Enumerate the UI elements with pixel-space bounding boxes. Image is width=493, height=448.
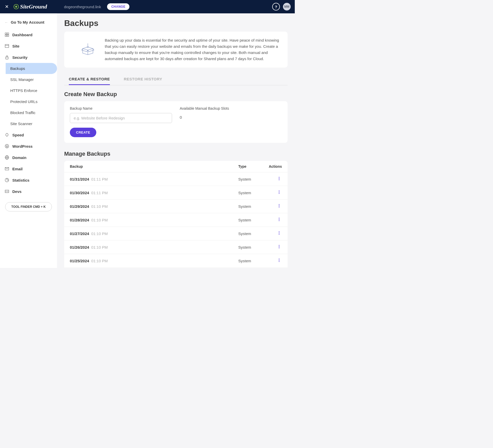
svg-rect-5: [7, 35, 9, 36]
topbar: ✕ SiteGround dogeontheground.link CHANGE…: [0, 0, 295, 13]
wordpress-icon: [5, 144, 9, 148]
sidebar-sub-backups[interactable]: Backups: [6, 63, 57, 74]
back-link-label: Go To My Account: [11, 20, 44, 24]
svg-point-27: [279, 219, 280, 220]
row-actions-menu[interactable]: [264, 190, 282, 195]
sidebar-sub-https-enforce[interactable]: HTTPS Enforce: [6, 85, 57, 96]
row-actions-menu[interactable]: [264, 217, 282, 222]
sidebar-item-security[interactable]: Security: [0, 52, 57, 63]
domain-text: dogeontheground.link: [64, 5, 101, 9]
tab-create-restore[interactable]: CREATE & RESTORE: [69, 74, 110, 85]
backup-date: 01/26/2024: [70, 245, 89, 249]
tabs: CREATE & RESTORE RESTORE HISTORY: [64, 74, 288, 85]
manage-section-title: Manage Backups: [64, 151, 288, 157]
arrow-left-icon: ←: [5, 20, 8, 24]
sidebar-sub-blocked-traffic[interactable]: Blocked Traffic: [6, 107, 57, 118]
backup-type: System: [238, 231, 264, 236]
sidebar-sub-ssl[interactable]: SSL Manager: [6, 74, 57, 85]
sidebar-sub-site-scanner[interactable]: Site Scanner: [6, 118, 57, 129]
svg-point-25: [279, 207, 280, 208]
backups-table: Backup Type Actions 01/31/2024 01:11 PMS…: [64, 161, 288, 268]
svg-point-18: [279, 178, 280, 179]
tool-finder-button[interactable]: TOOL FINDER CMD + K: [5, 202, 52, 211]
table-row: 01/25/2024 01:10 PMSystem: [64, 254, 288, 268]
col-header-actions: Actions: [264, 164, 282, 169]
svg-rect-3: [7, 33, 9, 34]
change-button[interactable]: CHANGE: [107, 3, 129, 10]
sidebar-item-devs[interactable]: Devs: [0, 186, 57, 197]
svg-point-26: [279, 218, 280, 219]
col-header-backup: Backup: [70, 164, 238, 169]
dots-vertical-icon: [277, 204, 281, 208]
sidebar-item-label: Statistics: [12, 178, 30, 182]
logo[interactable]: SiteGround: [13, 3, 47, 10]
backup-time: 01:10 PM: [90, 204, 108, 209]
backup-date: 01/28/2024: [70, 218, 89, 222]
page-title: Backups: [64, 18, 288, 28]
svg-point-29: [279, 231, 280, 232]
sidebar-item-domain[interactable]: Domain: [0, 152, 57, 163]
svg-point-36: [279, 260, 280, 261]
table-row: 01/24/2024 01:10 PMSystem: [64, 268, 288, 268]
backup-time: 01:10 PM: [90, 218, 108, 222]
backup-time: 01:10 PM: [90, 259, 108, 263]
svg-point-30: [279, 233, 280, 234]
sidebar-item-label: Devs: [12, 189, 22, 194]
sidebar-item-label: Security: [12, 55, 27, 60]
window-icon: [5, 44, 9, 48]
svg-rect-2: [5, 33, 7, 34]
sidebar-item-speed[interactable]: Speed: [0, 129, 57, 141]
backup-time: 01:10 PM: [90, 245, 108, 249]
backup-type: System: [238, 218, 264, 222]
help-icon[interactable]: ?: [272, 3, 280, 11]
logo-mark-icon: [13, 4, 19, 10]
sidebar-item-dashboard[interactable]: Dashboard: [0, 29, 57, 40]
sidebar-item-label: Speed: [12, 133, 24, 137]
slots-value: 0: [180, 113, 282, 119]
dots-vertical-icon: [277, 245, 281, 249]
row-actions-menu[interactable]: [264, 176, 282, 182]
backup-date: 01/31/2024: [70, 177, 89, 181]
back-to-account-link[interactable]: ← Go To My Account: [0, 18, 57, 29]
svg-point-1: [15, 6, 17, 7]
svg-point-34: [279, 248, 280, 248]
tab-restore-history[interactable]: RESTORE HISTORY: [124, 74, 162, 85]
code-icon: [5, 189, 9, 194]
create-button[interactable]: CREATE: [70, 128, 96, 137]
svg-rect-8: [6, 57, 8, 59]
svg-point-28: [279, 220, 280, 221]
row-actions-menu[interactable]: [264, 231, 282, 236]
backup-date: 01/27/2024: [70, 231, 89, 236]
backup-type: System: [238, 259, 264, 263]
row-actions-menu[interactable]: [264, 258, 282, 263]
svg-point-21: [279, 192, 280, 193]
sidebar-sub-protected-urls[interactable]: Protected URLs: [6, 96, 57, 107]
sidebar-item-wordpress[interactable]: WordPress: [0, 141, 57, 152]
dots-vertical-icon: [277, 231, 281, 235]
svg-point-22: [279, 193, 280, 194]
row-actions-menu[interactable]: [264, 204, 282, 209]
intro-text: Backing up your data is essential for th…: [105, 37, 280, 62]
row-actions-menu[interactable]: [264, 245, 282, 250]
sidebar-item-email[interactable]: Email: [0, 163, 57, 174]
security-subnav: Backups SSL Manager HTTPS Enforce Protec…: [0, 63, 57, 129]
close-icon[interactable]: ✕: [4, 4, 9, 10]
backup-time: 01:10 PM: [90, 231, 108, 236]
grid-icon: [5, 32, 9, 37]
lock-icon: [5, 55, 9, 60]
svg-point-17: [279, 177, 280, 178]
backup-name-input[interactable]: [70, 113, 172, 123]
box-icon: [80, 42, 96, 57]
sidebar-item-statistics[interactable]: Statistics: [0, 174, 57, 186]
svg-point-37: [279, 261, 280, 262]
svg-point-32: [279, 245, 280, 246]
sidebar-item-label: Site: [12, 44, 20, 48]
sidebar-item-site[interactable]: Site: [0, 40, 57, 52]
svg-rect-6: [5, 44, 9, 48]
table-row: 01/31/2024 01:11 PMSystem: [64, 172, 288, 186]
avatar[interactable]: MM: [283, 3, 291, 11]
backup-date: 01/29/2024: [70, 204, 89, 209]
backup-date: 01/25/2024: [70, 259, 89, 263]
create-card: Backup Name Available Manual Backup Slot…: [64, 101, 288, 143]
backup-time: 01:11 PM: [90, 191, 108, 195]
